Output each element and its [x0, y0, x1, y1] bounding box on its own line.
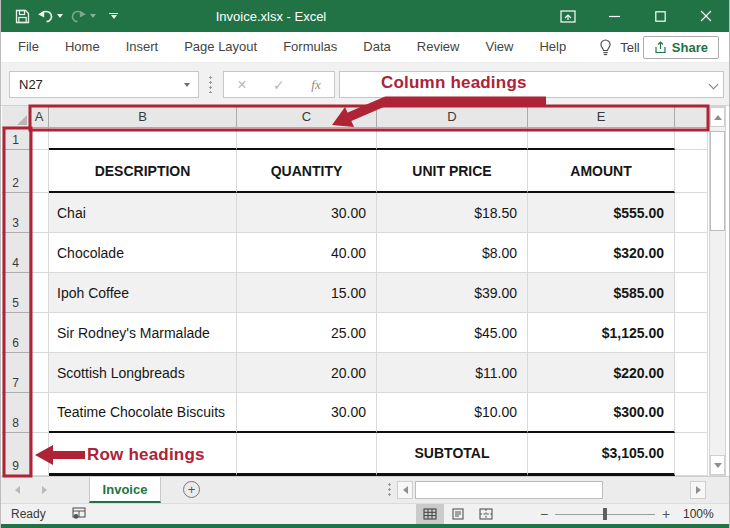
column-header-partial[interactable] [675, 106, 708, 128]
cell[interactable] [675, 353, 708, 393]
row-header-2[interactable]: 2 [2, 150, 30, 193]
redo-button[interactable] [70, 9, 96, 24]
cell-subtotal-amount[interactable]: $3,105.00 [528, 433, 675, 476]
cell[interactable] [675, 233, 708, 273]
scroll-down-button[interactable] [710, 455, 725, 475]
name-box-dropdown-icon[interactable] [184, 83, 190, 87]
row-header-4[interactable]: 4 [2, 233, 30, 273]
formula-bar-expand-icon[interactable] [709, 80, 719, 90]
undo-button[interactable] [37, 9, 63, 24]
cell[interactable] [49, 128, 237, 150]
redo-dropdown-icon[interactable] [90, 14, 96, 18]
formula-input[interactable] [339, 71, 724, 98]
cell[interactable] [30, 313, 49, 353]
row-header-6[interactable]: 6 [2, 313, 30, 353]
cell-header-unit-price[interactable]: UNIT PRICE [377, 150, 528, 193]
cell-quantity[interactable]: 30.00 [237, 393, 377, 433]
tab-page-layout[interactable]: Page Layout [171, 32, 270, 62]
cell-quantity[interactable]: 15.00 [237, 273, 377, 313]
tab-insert[interactable]: Insert [113, 32, 172, 62]
formula-bar-divider[interactable] [209, 75, 212, 93]
normal-view-button[interactable] [416, 504, 444, 524]
cell[interactable] [675, 393, 708, 433]
cell-quantity[interactable]: 25.00 [237, 313, 377, 353]
column-header-a[interactable]: A [30, 106, 49, 128]
ribbon-display-options-button[interactable] [545, 0, 591, 32]
cell-header-amount[interactable]: AMOUNT [528, 150, 675, 193]
row-header-8[interactable]: 8 [2, 393, 30, 433]
cell-subtotal-label[interactable]: SUBTOTAL [377, 433, 528, 476]
enter-icon[interactable]: ✓ [273, 78, 285, 92]
macro-record-button[interactable] [72, 507, 86, 522]
cell-amount[interactable]: $555.00 [528, 193, 675, 233]
cell[interactable] [675, 150, 708, 193]
row-header-7[interactable]: 7 [2, 353, 30, 393]
close-button[interactable] [683, 0, 729, 32]
cell-unit-price[interactable]: $39.00 [377, 273, 528, 313]
tab-home[interactable]: Home [52, 32, 113, 62]
column-header-b[interactable]: B [49, 106, 237, 128]
name-box[interactable]: N27 [9, 71, 199, 98]
cell[interactable] [30, 233, 49, 273]
undo-dropdown-icon[interactable] [57, 14, 63, 18]
cell[interactable] [30, 150, 49, 193]
cell-amount[interactable]: $320.00 [528, 233, 675, 273]
zoom-level[interactable]: 100% [683, 507, 714, 521]
cell[interactable] [675, 433, 708, 476]
maximize-button[interactable] [637, 0, 683, 32]
scroll-up-button[interactable] [710, 107, 725, 127]
cell-unit-price[interactable]: $8.00 [377, 233, 528, 273]
zoom-in-icon[interactable]: + [659, 506, 673, 522]
tab-review[interactable]: Review [404, 32, 473, 62]
insert-function-icon[interactable]: fx [311, 77, 320, 93]
page-break-preview-button[interactable] [472, 504, 500, 524]
column-header-d[interactable]: D [377, 106, 528, 128]
zoom-slider[interactable] [555, 504, 655, 524]
row-header-9[interactable]: 9 [2, 433, 30, 476]
cell-description[interactable]: Chai [49, 193, 237, 233]
cell-unit-price[interactable]: $11.00 [377, 353, 528, 393]
horizontal-scrollbar-thumb[interactable] [415, 481, 603, 499]
vertical-scrollbar[interactable] [709, 106, 726, 476]
cell-description[interactable]: Teatime Chocolate Biscuits [49, 393, 237, 433]
tab-view[interactable]: View [472, 32, 526, 62]
tab-bar-divider[interactable] [388, 482, 391, 498]
customize-qat-button[interactable] [109, 13, 118, 20]
cell[interactable] [237, 433, 377, 476]
column-header-c[interactable]: C [237, 106, 377, 128]
cell[interactable] [30, 193, 49, 233]
cell-description[interactable]: Chocolade [49, 233, 237, 273]
cell[interactable] [675, 128, 708, 150]
cell[interactable] [528, 128, 675, 150]
cell-amount[interactable]: $300.00 [528, 393, 675, 433]
cell-quantity[interactable]: 20.00 [237, 353, 377, 393]
cell[interactable] [675, 273, 708, 313]
cell-amount[interactable]: $1,125.00 [528, 313, 675, 353]
cell[interactable] [675, 313, 708, 353]
cell-header-quantity[interactable]: QUANTITY [237, 150, 377, 193]
next-sheet-icon[interactable] [42, 486, 47, 494]
previous-sheet-icon[interactable] [15, 486, 20, 494]
add-sheet-button[interactable]: + [183, 481, 200, 498]
cell-description[interactable]: Scottish Longbreads [49, 353, 237, 393]
cell[interactable] [30, 273, 49, 313]
hscroll-right-button[interactable] [690, 481, 706, 499]
cell-description[interactable]: Ipoh Coffee [49, 273, 237, 313]
select-all-corner[interactable] [2, 106, 30, 128]
row-header-5[interactable]: 5 [2, 273, 30, 313]
cell-unit-price[interactable]: $18.50 [377, 193, 528, 233]
cell-unit-price[interactable]: $45.00 [377, 313, 528, 353]
zoom-slider-handle[interactable] [603, 508, 607, 520]
cell[interactable] [30, 393, 49, 433]
row-header-3[interactable]: 3 [2, 193, 30, 233]
cell[interactable] [675, 193, 708, 233]
tab-formulas[interactable]: Formulas [270, 32, 350, 62]
cancel-icon[interactable]: × [237, 77, 246, 93]
cell[interactable] [49, 433, 237, 476]
cell-unit-price[interactable]: $10.00 [377, 393, 528, 433]
tab-data[interactable]: Data [350, 32, 403, 62]
cell-amount[interactable]: $585.00 [528, 273, 675, 313]
cell[interactable] [377, 128, 528, 150]
tab-help[interactable]: Help [526, 32, 579, 62]
minimize-button[interactable] [591, 0, 637, 32]
